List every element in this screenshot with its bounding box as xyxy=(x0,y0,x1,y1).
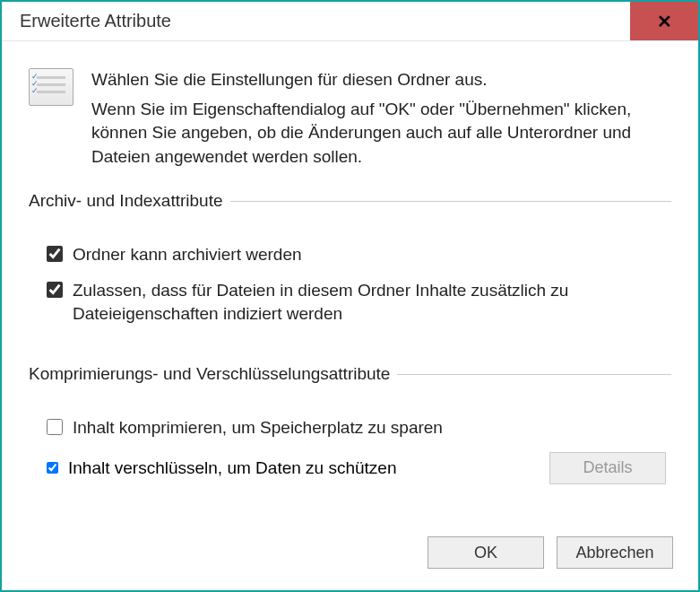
checkbox-archive[interactable] xyxy=(47,246,63,262)
button-bar: OK Abbrechen xyxy=(428,536,673,569)
header-heading: Wählen Sie die Einstellungen für diesen … xyxy=(91,68,671,92)
group-archive-index: Archiv- und Indexattribute Ordner kann a… xyxy=(29,191,671,337)
label-encrypt[interactable]: Inhalt verschlüsseln, um Daten zu schütz… xyxy=(68,458,396,478)
ok-button[interactable]: OK xyxy=(428,536,544,569)
header-row: Wählen Sie die Einstellungen für diesen … xyxy=(29,68,671,169)
checkbox-encrypt[interactable] xyxy=(47,462,58,474)
checkbox-index[interactable] xyxy=(47,282,63,298)
close-button[interactable]: ✕ xyxy=(630,2,698,40)
group-compress-legend: Komprimierungs- und Verschlüsselungsattr… xyxy=(29,364,397,384)
label-archive[interactable]: Ordner kann archiviert werden xyxy=(73,243,302,266)
header-body: Wenn Sie im Eigenschaftendialog auf "OK"… xyxy=(91,98,671,170)
dialog-window: Erweiterte Attribute ✕ Wählen Sie die Ei… xyxy=(0,0,700,592)
folder-settings-icon xyxy=(29,68,73,106)
titlebar: Erweiterte Attribute ✕ xyxy=(2,2,698,41)
dialog-content: Wählen Sie die Einstellungen für diesen … xyxy=(2,41,698,529)
label-compress[interactable]: Inhalt komprimieren, um Speicherplatz zu… xyxy=(73,416,443,440)
row-compress: Inhalt komprimieren, um Speicherplatz zu… xyxy=(43,416,666,440)
checkbox-compress[interactable] xyxy=(47,419,63,435)
cancel-button[interactable]: Abbrechen xyxy=(557,536,673,569)
label-index[interactable]: Zulassen, dass für Dateien in diesem Ord… xyxy=(73,279,666,325)
row-archive: Ordner kann archiviert werden xyxy=(43,243,666,266)
window-title: Erweiterte Attribute xyxy=(2,11,630,31)
group-archive-legend: Archiv- und Indexattribute xyxy=(29,191,230,211)
group-compress-encrypt: Komprimierungs- und Verschlüsselungsattr… xyxy=(29,364,671,493)
details-button: Details xyxy=(549,452,666,484)
row-index: Zulassen, dass für Dateien in diesem Ord… xyxy=(43,279,666,325)
close-icon: ✕ xyxy=(657,11,672,32)
header-text: Wählen Sie die Einstellungen für diesen … xyxy=(91,68,671,169)
row-encrypt: Inhalt verschlüsseln, um Daten zu schütz… xyxy=(43,452,666,484)
